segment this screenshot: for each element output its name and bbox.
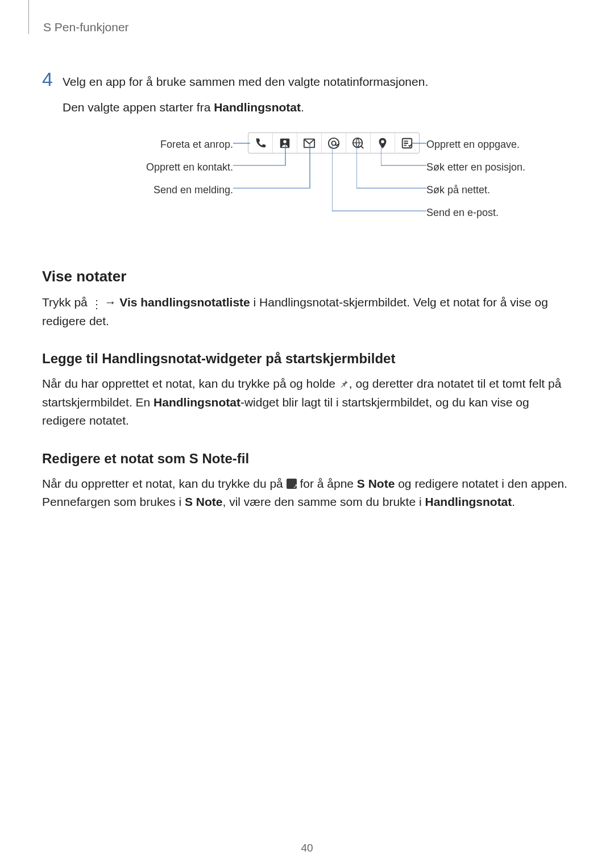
manual-page: S Pen-funkjoner 4 Velg en app for å bruk… <box>0 0 614 868</box>
section-header: S Pen-funkjoner <box>43 17 572 34</box>
callout-message: Send en melding. <box>63 182 233 198</box>
paragraph-add-widget: Når du har opprettet et notat, kan du tr… <box>42 375 572 430</box>
step-line-1: Velg en app for å bruke sammen med den v… <box>63 73 428 92</box>
callout-location: Søk etter en posisjon. <box>426 160 525 176</box>
paragraph-edit-snote: Når du oppretter et notat, kan du trykke… <box>42 475 572 512</box>
callout-contact: Opprett en kontakt. <box>63 160 233 176</box>
heading-edit-snote: Redigere et notat som S Note-fil <box>42 451 572 467</box>
paragraph-view-notes: Trykk på → Vis handlingsnotatliste i Han… <box>42 293 572 330</box>
pin-icon <box>339 376 349 386</box>
more-menu-icon <box>91 297 101 308</box>
header-divider <box>28 0 29 34</box>
snote-icon <box>287 479 297 489</box>
callout-call: Foreta et anrop. <box>63 137 233 153</box>
step-line-2: Den valgte appen starter fra Handlingsno… <box>63 98 428 117</box>
callout-email: Send en e-post. <box>426 205 499 221</box>
callout-web: Søk på nettet. <box>426 182 490 198</box>
step-4: 4 Velg en app for å bruke sammen med den… <box>42 69 572 240</box>
heading-view-notes: Vise notater <box>42 268 572 285</box>
step-body: Velg en app for å bruke sammen med den v… <box>63 70 428 240</box>
heading-add-widget: Legge til Handlingsnotat-widgeter på sta… <box>42 351 572 367</box>
callout-task: Opprett en oppgave. <box>426 137 520 153</box>
action-memo-figure: Foreta et anrop. Opprett en kontakt. Sen… <box>63 127 428 240</box>
page-number: 40 <box>0 842 614 854</box>
step-number: 4 <box>42 69 63 89</box>
